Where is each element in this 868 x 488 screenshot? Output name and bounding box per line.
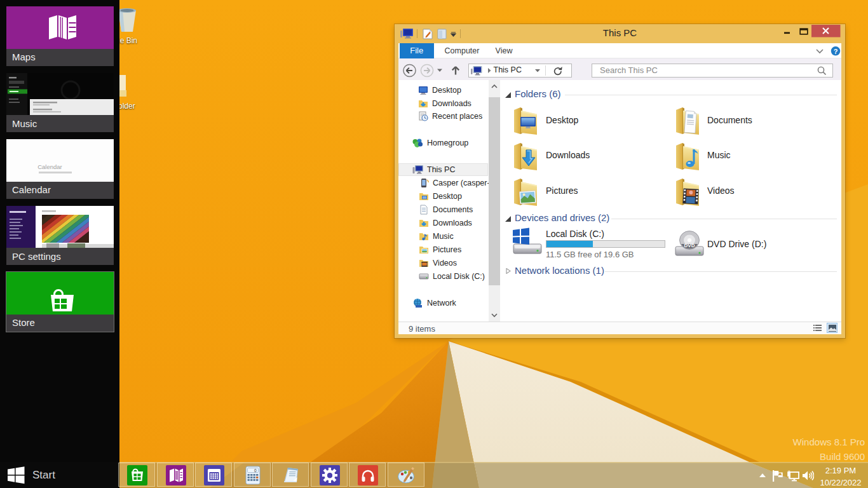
svg-text:DVD: DVD [684,243,695,248]
svg-text:?: ? [834,48,838,55]
svg-text:0: 0 [254,468,256,473]
